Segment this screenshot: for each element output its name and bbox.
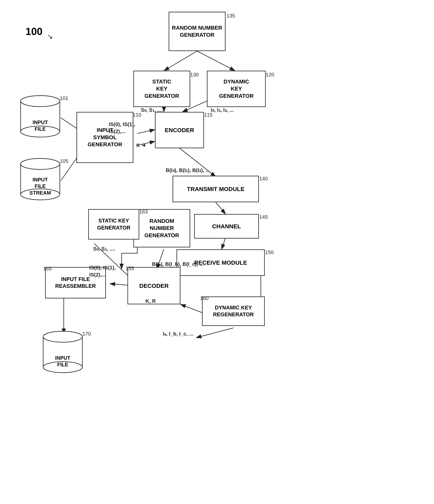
svg-line-1 (164, 51, 197, 71)
input-file-stream: INPUTFILESTREAM (20, 157, 61, 201)
label-bi-top: B(I₀), B(I₁), B(I₂), ... (166, 167, 210, 173)
static-key-generator-top: STATICKEYGENERATOR (133, 71, 190, 107)
input-file-top: INPUTFILE (20, 94, 61, 138)
diagram: 100 ↘ (0, 0, 434, 504)
main-ref-label: 100 (26, 26, 43, 37)
ref-170: 170 (82, 331, 91, 337)
ref-120: 120 (266, 72, 274, 78)
svg-point-33 (21, 158, 60, 170)
ref-130: 130 (190, 72, 199, 78)
channel: CHANNEL (194, 214, 259, 239)
arrow-indicator: ↘ (47, 32, 53, 41)
svg-line-24 (196, 328, 233, 338)
random-number-generator-bottom: RANDOMNUMBERGENERATOR (133, 209, 190, 247)
label-ia-ib-ic: Iₐ, I_b, I_c, ... (163, 331, 193, 337)
label-bi-bottom: B(Iₐ), B(I_b), B(I_c), ... (152, 261, 204, 267)
input-file-bottom: INPUTFILE (42, 330, 83, 374)
ref-105: 105 (60, 158, 68, 164)
ref-135-top: 135 (226, 13, 235, 19)
dynamic-key-generator-top: DYNAMICKEYGENERATOR (207, 71, 266, 107)
label-k-r: K, R (146, 298, 156, 304)
label-s0s1-top: S₀, S₁, .... (141, 107, 163, 113)
ref-110: 110 (133, 112, 141, 118)
label-k-top: K ➜ (136, 142, 146, 148)
transmit-module: TRANSMIT MODULE (173, 176, 259, 202)
label-is-bottom: IS(0), IS(1),IS(2),... (89, 264, 115, 279)
label-s0s1-bottom: S₀, S₁, .... (93, 246, 115, 252)
svg-point-37 (43, 331, 82, 342)
static-key-generator-bottom: STATIC KEYGENERATOR (88, 209, 139, 240)
svg-line-10 (216, 202, 226, 214)
input-symbol-generator: INPUTSYMBOLGENERATOR (77, 112, 133, 163)
label-i0i1i2: I₀, I₁, I₂, ... (211, 107, 234, 113)
svg-line-7 (137, 130, 155, 134)
ref-160: 160 (200, 295, 208, 301)
ref-165: 165 (43, 266, 52, 272)
dynamic-key-regenerator: DYNAMIC KEYREGENERATOR (202, 297, 265, 326)
ref-163: 163 (139, 209, 148, 215)
random-number-generator-top: RANDOM NUMBER GENERATOR (169, 12, 226, 51)
svg-line-2 (197, 51, 235, 71)
ref-150: 150 (265, 249, 274, 255)
encoder: ENCODER (155, 112, 204, 148)
label-is-top: IS(0), IS(1),IS(2),... (109, 121, 135, 135)
ref-155: 155 (126, 265, 134, 271)
ref-140: 140 (259, 176, 268, 182)
svg-line-11 (222, 238, 226, 249)
ref-145: 145 (259, 214, 268, 220)
svg-point-29 (21, 96, 60, 107)
ref-101: 101 (60, 95, 68, 101)
